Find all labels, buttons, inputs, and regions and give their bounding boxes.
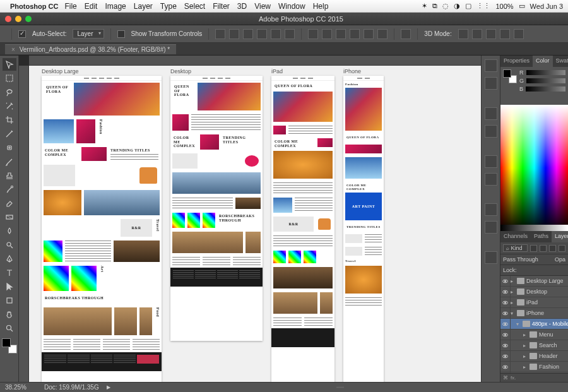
pasteboard[interactable]: Desktop Large QUEEN OF FLORA Fashion [29, 66, 481, 382]
layer-filter-dropdown[interactable]: ⌕ Kind [503, 244, 528, 252]
ruler-vertical[interactable] [19, 66, 29, 382]
paragraph-panel-icon[interactable] [485, 125, 497, 138]
filter-shape-icon[interactable] [559, 245, 565, 252]
3d-orbit-icon[interactable] [458, 29, 468, 39]
3d-scale-icon[interactable] [514, 29, 524, 39]
status-icon[interactable]: ✶ [422, 2, 427, 10]
layers-tab[interactable]: Layers [552, 231, 568, 242]
ruler-horizontal[interactable] [29, 56, 481, 66]
layer-row[interactable]: ▾480px - Mobile [500, 319, 568, 330]
close-window-button[interactable] [5, 16, 11, 22]
layer-fx-icon[interactable]: fx. [511, 375, 516, 381]
zoom-tool[interactable] [3, 322, 16, 335]
visibility-toggle-icon[interactable] [500, 340, 511, 350]
pen-tool[interactable] [3, 252, 16, 265]
crop-tool[interactable] [3, 114, 16, 126]
resize-handle-icon[interactable]: ━━ [118, 384, 563, 391]
twisty-icon[interactable]: ▸ [523, 364, 530, 370]
info-panel-icon[interactable] [485, 251, 497, 264]
eyedropper-tool[interactable] [3, 128, 16, 140]
color-tab[interactable]: Color [533, 56, 553, 67]
artboard-label[interactable]: Desktop Large [42, 68, 162, 74]
menu-edit[interactable]: Edit [85, 2, 98, 11]
link-layers-icon[interactable]: ⌘ [503, 375, 508, 381]
document-tab[interactable]: × Vermilion_Artboards.psd @ 38.2% (Foote… [5, 44, 176, 54]
3d-roll-icon[interactable] [472, 29, 482, 39]
doc-info[interactable]: Doc: 159.9M/1.35G [44, 384, 99, 391]
distribute-6-icon[interactable] [377, 29, 388, 39]
hand-tool[interactable] [3, 308, 16, 321]
stamp-tool[interactable] [3, 169, 16, 182]
color-fgbg[interactable] [503, 69, 517, 83]
distribute-3-icon[interactable] [336, 29, 346, 39]
menu-layer[interactable]: Layer [134, 2, 153, 11]
history-brush-tool[interactable] [3, 183, 16, 196]
clock[interactable]: Wed Jun 3 [530, 3, 563, 10]
history-panel-icon[interactable] [485, 59, 497, 72]
distribute-1-icon[interactable] [308, 29, 318, 39]
align-vcenter-icon[interactable] [229, 29, 239, 39]
b-slider[interactable] [526, 86, 565, 92]
layer-row[interactable]: ▸iPad [500, 297, 568, 308]
actions-panel-icon[interactable] [485, 77, 497, 90]
artboard-label[interactable]: iPhone [343, 68, 384, 74]
align-left-icon[interactable] [257, 29, 267, 39]
layer-row[interactable]: ▾iPhone [500, 308, 568, 319]
visibility-toggle-icon[interactable] [500, 319, 511, 329]
gradient-tool[interactable] [3, 211, 16, 223]
visibility-toggle-icon[interactable] [500, 276, 511, 286]
channels-tab[interactable]: Channels [500, 231, 531, 242]
twisty-icon[interactable]: ▸ [511, 278, 517, 284]
menu-3d[interactable]: 3D [237, 2, 247, 11]
eraser-tool[interactable] [3, 197, 16, 210]
adjustments-panel-icon[interactable] [485, 203, 497, 216]
layer-row[interactable]: ▸Fashion [500, 362, 568, 372]
g-slider[interactable] [526, 78, 565, 83]
distribute-2-icon[interactable] [322, 29, 332, 39]
visibility-toggle-icon[interactable] [500, 362, 511, 372]
auto-align-icon[interactable] [401, 29, 411, 39]
show-transform-checkbox[interactable] [117, 30, 125, 38]
align-right-icon[interactable] [285, 29, 295, 39]
auto-select-dropdown[interactable]: Layer [73, 29, 104, 39]
menu-type[interactable]: Type [160, 2, 177, 11]
close-tab-icon[interactable]: × [11, 46, 15, 53]
layer-row[interactable]: ▸Menu [500, 330, 568, 340]
auto-select-checkbox[interactable] [18, 30, 26, 38]
blend-mode-dropdown[interactable]: Pass Through [503, 256, 552, 263]
twisty-icon[interactable]: ▸ [523, 343, 530, 348]
twisty-icon[interactable]: ▾ [516, 321, 523, 327]
foreground-background-colors[interactable] [2, 338, 17, 353]
distribute-4-icon[interactable] [350, 29, 360, 39]
artboard-label[interactable]: Desktop [170, 68, 263, 74]
menu-image[interactable]: Image [105, 2, 126, 11]
3d-pan-icon[interactable] [486, 29, 496, 39]
artboard-label[interactable]: iPad [271, 68, 334, 74]
filter-adjust-icon[interactable] [540, 245, 547, 252]
battery-icon[interactable]: ▭ [519, 2, 525, 10]
visibility-toggle-icon[interactable] [500, 297, 511, 307]
filter-type-icon[interactable] [549, 245, 556, 252]
visibility-toggle-icon[interactable] [500, 351, 511, 361]
distribute-5-icon[interactable] [364, 29, 374, 39]
minimize-window-button[interactable] [15, 16, 21, 22]
move-tool[interactable] [3, 58, 16, 71]
menu-filter[interactable]: Filter [213, 2, 230, 11]
twisty-icon[interactable]: ▸ [511, 300, 517, 306]
styles-panel-icon[interactable] [485, 221, 497, 234]
properties-tab[interactable]: Properties [500, 56, 533, 67]
sync-icon[interactable]: ◑ [454, 2, 460, 10]
dodge-tool[interactable] [3, 239, 16, 251]
marquee-tool[interactable] [3, 72, 16, 85]
app-name[interactable]: Photoshop CC [10, 3, 58, 10]
visibility-toggle-icon[interactable] [500, 308, 511, 318]
artboard-ipad[interactable]: QUEEN OF FLORA COLOR ME COMPLEX R&R [271, 76, 334, 382]
menu-view[interactable]: View [254, 2, 271, 11]
paths-tab[interactable]: Paths [531, 231, 552, 242]
twisty-icon[interactable]: ▾ [511, 311, 517, 316]
brushes-panel-icon[interactable] [485, 155, 497, 168]
align-bottom-icon[interactable] [243, 29, 253, 39]
visibility-toggle-icon[interactable] [500, 287, 511, 297]
zoom-field[interactable]: 38.25% [5, 384, 37, 391]
artboard-iphone[interactable]: Fashion QUEEN OF FLORA COLOR ME COMPLEX … [343, 76, 384, 382]
